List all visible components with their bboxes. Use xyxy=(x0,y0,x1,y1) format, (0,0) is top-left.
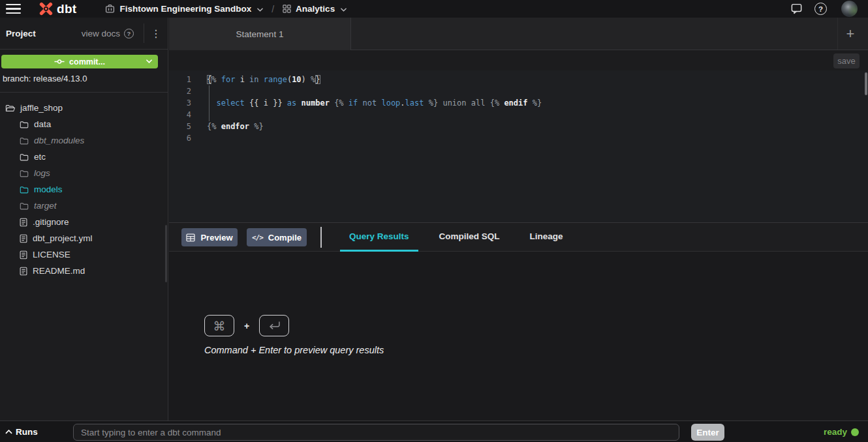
code-line xyxy=(207,109,542,121)
line-number: 5 xyxy=(169,121,191,132)
dbt-cloud-ide: dbt Fishtown Engineering Sandbox / xyxy=(0,0,868,442)
org-name: Fishtown Engineering Sandbox xyxy=(119,4,251,14)
folder-icon xyxy=(20,169,29,177)
sidebar-scrollbar[interactable] xyxy=(165,225,167,282)
runs-label: Runs xyxy=(16,427,38,437)
editor-scrollbar[interactable] xyxy=(865,72,867,95)
tree-item-label: LICENSE xyxy=(33,250,70,259)
view-docs-label: view docs xyxy=(82,29,120,38)
tree-item-label: .gitignore xyxy=(33,217,69,227)
file-icon xyxy=(20,250,27,259)
tree-item-label: dbt_modules xyxy=(34,136,84,145)
results-tabs: Query ResultsCompiled SQLLineage xyxy=(340,223,584,252)
command-key: ⌘ xyxy=(204,315,234,336)
tree-item-license[interactable]: LICENSE xyxy=(0,246,168,263)
top-bar: dbt Fishtown Engineering Sandbox / xyxy=(0,0,868,18)
file-icon xyxy=(20,218,27,227)
folder-icon xyxy=(20,121,29,128)
status-dot xyxy=(851,428,859,436)
code-content: {% for i in range(10) %} select {{ i }} … xyxy=(207,74,542,144)
tab-label: Statement 1 xyxy=(236,29,284,39)
tree-item-jaffle-shop[interactable]: jaffle_shop xyxy=(0,100,168,116)
org-selector[interactable]: Fishtown Engineering Sandbox xyxy=(105,4,263,14)
tree-item-models[interactable]: models xyxy=(0,181,168,198)
results-tab-compiled-sql[interactable]: Compiled SQL xyxy=(430,223,509,252)
view-docs-button[interactable]: view docs ? xyxy=(82,23,144,43)
grid-icon xyxy=(283,5,291,13)
line-number-gutter: 123456 xyxy=(169,74,191,144)
project-name: Analytics xyxy=(296,4,335,14)
chevron-up-icon xyxy=(5,430,12,434)
save-button[interactable]: save xyxy=(833,53,860,68)
command-icon: ⌘ xyxy=(213,319,226,333)
results-tab-query-results[interactable]: Query Results xyxy=(340,223,418,252)
folder-open-icon xyxy=(5,104,16,112)
folder-icon xyxy=(20,153,29,161)
tree-item-logs[interactable]: logs xyxy=(0,165,168,181)
dbt-logo-text: dbt xyxy=(57,2,76,16)
tree-item-label: jaffle_shop xyxy=(20,103,63,113)
line-number: 1 xyxy=(169,74,191,85)
breadcrumb-separator: / xyxy=(271,4,274,14)
chevron-down-icon xyxy=(146,59,152,63)
enter-button[interactable]: Enter xyxy=(691,424,724,441)
preview-button[interactable]: Preview xyxy=(181,228,238,246)
tab-statement-1[interactable]: Statement 1 xyxy=(169,18,351,50)
dbt-logo[interactable]: dbt xyxy=(38,1,76,17)
tree-item-data[interactable]: data xyxy=(0,116,168,132)
toolbar-divider xyxy=(320,227,322,248)
folder-icon xyxy=(20,186,29,194)
tree-item-gitignore[interactable]: .gitignore xyxy=(0,214,168,230)
help-icon[interactable]: ? xyxy=(814,3,827,15)
results-tab-lineage[interactable]: Lineage xyxy=(521,223,572,252)
new-tab-button[interactable]: + xyxy=(837,18,864,50)
chat-icon[interactable] xyxy=(790,3,803,15)
tree-item-readme-md[interactable]: README.md xyxy=(0,263,168,279)
code-line xyxy=(207,132,542,144)
chevron-down-icon xyxy=(341,8,347,12)
results-content: ⌘ + Command + Enter to preview query res… xyxy=(169,252,868,420)
status-indicator: ready xyxy=(824,421,859,442)
hamburger-menu-icon[interactable] xyxy=(6,4,21,14)
compile-button[interactable]: </> Compile xyxy=(247,228,307,246)
dbt-command-input[interactable] xyxy=(73,424,679,441)
topbar-actions: ? xyxy=(790,1,858,17)
folder-icon xyxy=(20,137,29,145)
tree-item-etc[interactable]: etc xyxy=(0,149,168,165)
git-commit-icon xyxy=(54,59,65,65)
project-selector[interactable]: Analytics xyxy=(283,4,347,14)
file-icon xyxy=(20,267,27,276)
tree-item-dbt-modules[interactable]: dbt_modules xyxy=(0,132,168,149)
code-line: {% endfor %} xyxy=(207,121,542,132)
sidebar: Project view docs ? ⋮ commit... branch: … xyxy=(0,18,168,420)
kebab-menu-icon[interactable]: ⋮ xyxy=(144,27,168,40)
line-number: 6 xyxy=(169,132,191,144)
tree-item-label: README.md xyxy=(33,266,85,276)
runs-toggle[interactable]: Runs xyxy=(5,421,38,442)
compile-label: Compile xyxy=(268,233,302,243)
keyboard-shortcut: ⌘ + xyxy=(204,315,289,336)
code-editor[interactable]: 123456 {% for i in range(10) %} select {… xyxy=(169,70,868,222)
code-line: {% for i in range(10) %} xyxy=(207,74,542,85)
tree-item-label: logs xyxy=(34,168,50,178)
tree-item-target[interactable]: target xyxy=(0,198,168,214)
enter-key xyxy=(259,315,289,336)
sidebar-title: Project xyxy=(6,29,36,38)
line-number: 2 xyxy=(169,85,191,97)
tree-item-label: data xyxy=(34,119,51,129)
file-icon xyxy=(20,234,27,243)
tree-item-dbt-project-yml[interactable]: dbt_project.yml xyxy=(0,230,168,246)
commit-button[interactable]: commit... xyxy=(1,55,158,68)
help-circle-icon: ? xyxy=(124,29,134,38)
folder-icon xyxy=(20,202,29,210)
tree-item-label: models xyxy=(34,184,63,194)
sidebar-divider xyxy=(0,92,168,93)
return-arrow-icon xyxy=(268,321,281,330)
file-tree: jaffle_shopdatadbt_modulesetclogsmodelst… xyxy=(0,100,168,279)
branch-label: branch: release/4.13.0 xyxy=(3,74,87,83)
plus-sign: + xyxy=(244,321,249,331)
commit-label: commit... xyxy=(69,57,105,66)
line-number: 3 xyxy=(169,97,191,109)
user-avatar[interactable] xyxy=(841,1,858,17)
chevron-down-icon xyxy=(257,8,263,12)
